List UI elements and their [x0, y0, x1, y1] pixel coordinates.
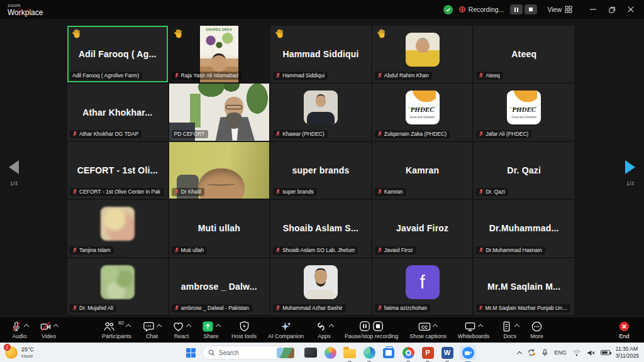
chat-options-chevron-icon[interactable] [157, 324, 162, 329]
tray-mic-icon[interactable] [541, 349, 548, 357]
participant-tile[interactable]: Muhammad Azhar Bashir [270, 258, 371, 315]
view-button[interactable]: View [547, 6, 572, 13]
previous-page-button[interactable]: 1/4 [1, 160, 26, 187]
participant-tile[interactable]: Hammad SiddiquiHammad Siddiqui [270, 26, 371, 82]
close-button[interactable] [621, 0, 640, 19]
participant-tile[interactable]: PHDECGrow and GlobalizeZulqarnain Zaka (… [372, 84, 473, 140]
taskbar-store-icon[interactable] [382, 346, 396, 359]
participant-tile[interactable]: Adil Farooq ( Ag...Adil Farooq ( Agroliv… [67, 26, 168, 82]
next-page-button[interactable]: 1/4 [618, 160, 643, 187]
participant-tile[interactable]: Abdul Rahim Khan [372, 26, 473, 82]
participant-tile[interactable]: AteeqAteeq [474, 26, 574, 82]
pause-stop-recording-button[interactable]: Pause/stop recording [339, 317, 404, 343]
participant-name-text: super brands [282, 189, 314, 195]
host-tools-button[interactable]: Host tools [226, 317, 262, 343]
language-indicator[interactable]: ENG [554, 349, 567, 356]
captions-options-chevron-icon[interactable] [433, 324, 438, 329]
participant-tile[interactable]: Khawar (PHDEC) [270, 84, 371, 140]
more-label: More [530, 333, 543, 339]
participant-name-label: Jafar Ali (PHDEC) [476, 130, 531, 138]
search-highlight-image[interactable] [277, 348, 294, 358]
participant-tile[interactable]: GRAPES ORGARaja Yasir Ali Islamabad [169, 26, 270, 82]
tray-expand-chevron-icon[interactable] [517, 351, 522, 356]
video-button[interactable]: Video [34, 317, 64, 343]
participant-name-text: fatima azizchohan [384, 305, 428, 311]
participant-name-text: Mr.M Saqlain Mazhar Punjab Univers... [486, 305, 568, 311]
battery-icon[interactable] [601, 350, 610, 355]
minimize-button[interactable] [584, 0, 602, 19]
taskbar-chrome-icon[interactable] [401, 346, 415, 359]
share-options-chevron-icon[interactable] [216, 324, 221, 329]
stop-recording-icon[interactable] [372, 321, 384, 332]
participant-tile[interactable]: Dr Khalil [169, 142, 270, 199]
taskbar-file-explorer-icon[interactable] [343, 346, 357, 359]
stop-recording-button[interactable] [525, 4, 537, 14]
participants-button[interactable]: 82 Participants [96, 317, 137, 343]
participant-name-label: Kamran [375, 188, 406, 196]
taskbar-powerpoint-icon[interactable]: P [421, 346, 435, 359]
participant-tile[interactable]: Javaid FirozJavaid Firoz [372, 200, 473, 256]
participant-tile[interactable]: ambrose _ Dalw...ambrose _ Dalwal - Paki… [169, 258, 270, 315]
participant-tile[interactable]: CEFORT - 1st Oli...CEFORT - 1st Olive Ce… [67, 142, 168, 199]
chat-label: Chat [146, 333, 158, 339]
ai-companion-button[interactable]: AI Companion [262, 317, 309, 343]
tray-date: 3/11/2025 [616, 353, 639, 359]
participant-name-label: Abdul Rahim Khan [375, 72, 432, 80]
participant-tile[interactable]: Muti ullahMuti ullah [169, 200, 270, 256]
whiteboards-options-chevron-icon[interactable] [478, 324, 483, 329]
apps-options-chevron-icon[interactable] [329, 324, 334, 329]
participant-name-label: Shoaib Aslam SO Lab. Jhelum [273, 246, 358, 255]
share-label: Share [204, 333, 219, 339]
apps-button[interactable]: Apps [309, 317, 339, 343]
react-button[interactable]: React [167, 317, 196, 343]
end-meeting-button[interactable]: End [613, 317, 639, 343]
whiteboards-button[interactable]: Whiteboards [452, 317, 496, 343]
taskbar-edge-icon[interactable] [362, 346, 376, 359]
volume-muted-icon[interactable] [587, 349, 595, 356]
docs-button[interactable]: Docs [495, 317, 525, 343]
participant-tile[interactable]: super brandssuper brands [270, 142, 371, 199]
pause-recording-icon[interactable] [359, 321, 370, 332]
taskbar-copilot-icon[interactable] [323, 346, 337, 359]
taskbar-search-box[interactable]: Search [202, 346, 297, 359]
show-captions-button[interactable]: CC Show captions [404, 317, 452, 343]
share-button[interactable]: Share [196, 317, 226, 343]
docs-label: Docs [503, 333, 516, 339]
svg-text:CC: CC [422, 325, 428, 329]
weather-widget[interactable]: 2 25°C Haze [5, 346, 34, 359]
taskbar-zoom-icon[interactable] [460, 345, 476, 360]
participant-tile[interactable]: PD CEFORT [169, 84, 270, 140]
participant-tile[interactable]: Tanjina Islam [67, 200, 168, 256]
recording-label: Recording... [469, 6, 504, 13]
participant-tile[interactable]: ffatima azizchohan [372, 258, 473, 315]
restore-button[interactable] [602, 0, 621, 19]
windows-start-button[interactable] [186, 348, 196, 358]
audio-button[interactable]: Audio [5, 317, 34, 343]
docs-options-chevron-icon[interactable] [514, 324, 519, 329]
participant-tile[interactable]: Dr.Muhammad...Dr.Muhammad Hasnain [474, 200, 574, 256]
participant-tile[interactable]: Dr. Mujahid Ali [67, 258, 168, 315]
mic-muted-icon [275, 247, 280, 253]
participant-tile[interactable]: Mr.M Saqlain M...Mr.M Saqlain Mazhar Pun… [474, 258, 574, 315]
audio-options-chevron-icon[interactable] [24, 324, 29, 329]
more-button[interactable]: More [525, 317, 549, 343]
react-options-chevron-icon[interactable] [186, 324, 191, 329]
participants-options-chevron-icon[interactable] [126, 324, 131, 329]
mic-muted-icon [377, 72, 382, 79]
profile-photo [304, 265, 338, 299]
participant-name-text: Dr. Qazi [486, 189, 505, 195]
taskbar-word-icon[interactable]: W [440, 346, 454, 359]
pause-recording-button[interactable] [510, 4, 523, 14]
sync-status-icon[interactable] [527, 348, 536, 357]
video-options-chevron-icon[interactable] [53, 324, 58, 329]
chat-button[interactable]: Chat [137, 317, 167, 343]
participant-tile[interactable]: PHDECGrow and GlobalizeJafar Ali (PHDEC) [474, 84, 574, 140]
participant-tile[interactable]: Shoaib Aslam S...Shoaib Aslam SO Lab. Jh… [270, 200, 371, 256]
wifi-icon[interactable] [572, 349, 581, 356]
participant-tile[interactable]: Dr. QaziDr. Qazi [474, 142, 574, 199]
participant-name-text: Ateeq [486, 72, 499, 79]
participant-tile[interactable]: KamranKamran [372, 142, 473, 199]
taskbar-widget-thumbnail[interactable] [304, 346, 318, 359]
participant-tile[interactable]: Athar Khokhar...Athar Khokhar DG TDAP [67, 84, 168, 140]
clock-widget[interactable]: 11:30 AM 3/11/2025 [616, 346, 639, 359]
